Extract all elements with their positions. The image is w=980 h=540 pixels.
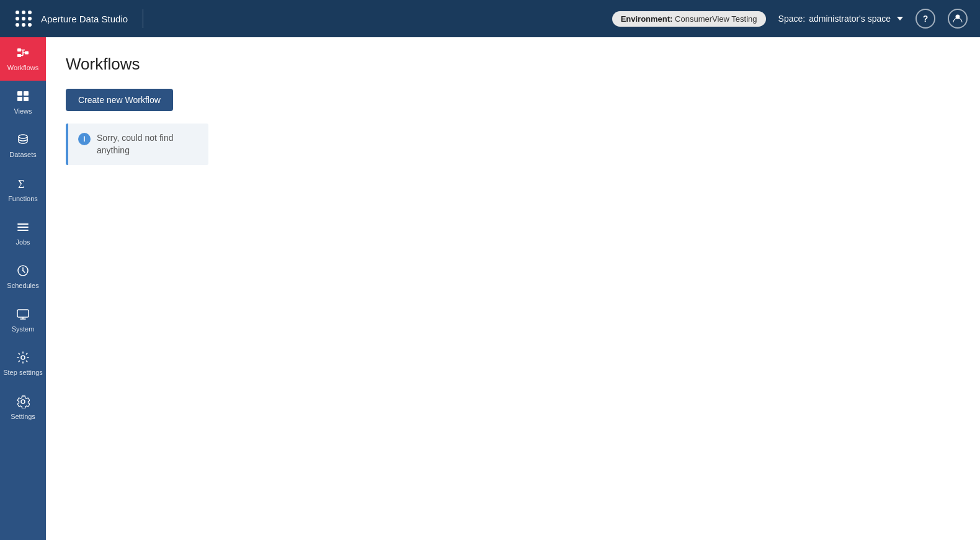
svg-point-1 bbox=[16, 11, 19, 14]
schedules-label: Schedules bbox=[7, 282, 38, 290]
svg-point-28 bbox=[22, 270, 24, 271]
sidebar: Workflows Views bbox=[0, 37, 46, 540]
workflows-icon bbox=[16, 46, 30, 61]
svg-rect-29 bbox=[17, 310, 29, 317]
workflows-label: Workflows bbox=[7, 64, 39, 72]
experian-logo bbox=[12, 7, 35, 30]
views-label: Views bbox=[14, 107, 32, 115]
chevron-down-icon bbox=[897, 17, 903, 20]
svg-point-4 bbox=[16, 17, 19, 20]
sidebar-item-datasets[interactable]: Datasets bbox=[0, 124, 46, 168]
help-button[interactable]: ? bbox=[915, 9, 935, 29]
header-divider bbox=[143, 9, 143, 28]
sidebar-item-jobs[interactable]: Jobs bbox=[0, 212, 46, 255]
schedules-icon bbox=[16, 264, 30, 279]
sidebar-item-functions[interactable]: Σ Functions bbox=[0, 168, 46, 212]
svg-point-8 bbox=[22, 23, 25, 27]
app-name-label: Aperture Data Studio bbox=[41, 14, 128, 24]
svg-point-32 bbox=[21, 356, 25, 359]
svg-point-33 bbox=[21, 400, 25, 403]
sidebar-item-views[interactable]: Views bbox=[0, 81, 46, 124]
environment-value: ConsumerView Testing bbox=[675, 14, 757, 24]
help-icon: ? bbox=[923, 14, 929, 24]
svg-point-2 bbox=[22, 11, 25, 14]
functions-icon: Σ bbox=[16, 177, 30, 192]
svg-rect-21 bbox=[24, 97, 29, 101]
svg-rect-19 bbox=[24, 91, 29, 96]
main-content: Workflows Create new Workflow i Sorry, c… bbox=[46, 37, 980, 540]
space-label-text: Space: bbox=[778, 14, 806, 24]
sidebar-item-workflows[interactable]: Workflows bbox=[0, 37, 46, 81]
sidebar-item-system[interactable]: System bbox=[0, 299, 46, 342]
step-settings-label: Step settings bbox=[3, 369, 43, 377]
empty-state-box: i Sorry, could not find anything bbox=[66, 124, 208, 165]
create-workflow-button[interactable]: Create new Workflow bbox=[66, 89, 173, 111]
sidebar-item-settings[interactable]: Settings bbox=[0, 386, 46, 430]
views-icon bbox=[16, 89, 30, 105]
svg-text:Σ: Σ bbox=[18, 178, 24, 191]
svg-rect-20 bbox=[17, 97, 22, 101]
header-right: Environment: ConsumerView Testing Space:… bbox=[612, 9, 968, 29]
datasets-icon bbox=[16, 133, 30, 148]
svg-rect-13 bbox=[25, 52, 29, 55]
svg-point-22 bbox=[19, 135, 27, 138]
main-layout: Workflows Views bbox=[0, 37, 980, 540]
jobs-label: Jobs bbox=[16, 238, 30, 246]
environment-badge: Environment: ConsumerView Testing bbox=[612, 11, 766, 27]
functions-label: Functions bbox=[8, 195, 38, 203]
settings-icon bbox=[16, 395, 30, 410]
system-label: System bbox=[12, 325, 35, 333]
svg-point-7 bbox=[16, 23, 19, 27]
datasets-label: Datasets bbox=[9, 151, 36, 159]
space-selector[interactable]: Space: administrator's space bbox=[778, 14, 903, 24]
empty-state-message: Sorry, could not find anything bbox=[97, 132, 198, 156]
settings-label: Settings bbox=[11, 413, 35, 421]
page-title: Workflows bbox=[66, 55, 960, 74]
svg-rect-11 bbox=[17, 48, 21, 52]
logo: Aperture Data Studio bbox=[12, 7, 128, 30]
system-icon bbox=[16, 307, 30, 323]
info-icon: i bbox=[78, 133, 91, 145]
user-button[interactable] bbox=[948, 9, 968, 29]
svg-point-5 bbox=[22, 17, 25, 20]
svg-rect-12 bbox=[17, 54, 21, 57]
jobs-icon bbox=[16, 220, 30, 236]
space-name-text: administrator's space bbox=[809, 14, 891, 24]
sidebar-item-schedules[interactable]: Schedules bbox=[0, 255, 46, 299]
svg-rect-18 bbox=[17, 91, 22, 96]
step-settings-icon bbox=[16, 351, 30, 366]
svg-point-3 bbox=[28, 11, 32, 14]
svg-point-9 bbox=[28, 23, 32, 27]
app-header: Aperture Data Studio Environment: Consum… bbox=[0, 0, 980, 37]
environment-label: Environment: bbox=[621, 14, 673, 24]
person-icon bbox=[953, 14, 963, 24]
sidebar-item-step-settings[interactable]: Step settings bbox=[0, 342, 46, 385]
svg-point-6 bbox=[28, 17, 32, 20]
